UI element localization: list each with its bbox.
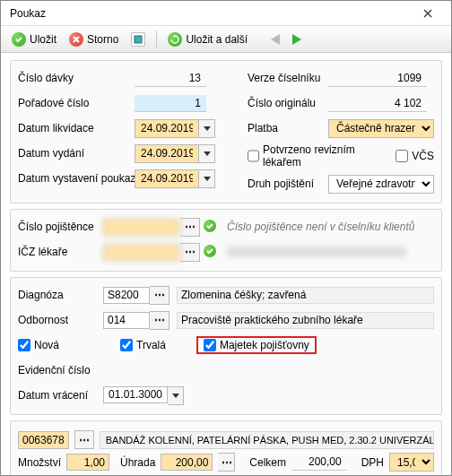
datepicker-vraceni[interactable] [168,386,184,405]
checkbox-trvala[interactable]: Trvalá [120,339,166,351]
label-poradove: Pořadové číslo [18,97,135,109]
save-next-button[interactable]: Uložit a další [162,30,253,48]
select-platba[interactable]: Částečně hrazeno [328,119,434,138]
input-cislo-poj[interactable] [103,219,180,236]
datepicker-likv[interactable] [199,119,215,138]
save-label: Uložit [30,33,56,46]
check-icon [12,32,26,47]
window-title: Poukaz [10,7,410,20]
label-diag: Diagnóza [18,289,103,301]
label-mnozstvi: Množství [18,456,61,469]
value-cislo-orig: 4 102 [328,95,427,112]
label-cislo-orig: Číslo originálu [248,97,328,109]
chevron-down-icon [204,177,211,181]
ok-icon [204,220,218,234]
nav-prev-button[interactable] [265,32,285,47]
input-diag-code[interactable] [103,287,150,304]
checkbox-vcs[interactable]: VČS [396,150,434,162]
lookup-odb[interactable]: ⋯ [150,311,170,330]
close-button[interactable] [410,4,446,23]
label-cislo-davky: Číslo dávky [18,72,135,84]
arrow-right-icon [292,34,301,45]
arrow-left-icon [271,34,280,45]
value-odb-desc [177,312,434,329]
checkbox-potvrzeno[interactable]: Potvrzeno revizním lékařem [248,143,387,169]
svg-rect-0 [135,36,142,43]
chevron-down-icon [204,151,211,156]
label-datum-vyst: Datum vystavení poukazu [18,172,148,185]
datepicker-vyst[interactable] [199,169,215,188]
input-mnozstvi[interactable] [66,454,109,471]
datepicker-vyd[interactable] [199,144,215,163]
label-evid: Evidenční číslo [18,364,103,376]
refresh-icon [168,32,182,47]
cancel-icon [69,32,83,47]
label-druh: Druh pojištění [248,177,328,190]
ok-icon [204,245,218,259]
select-druh[interactable]: Veřejné zdravotní po [328,175,434,194]
value-diag-desc [177,287,434,304]
select-dph[interactable]: 15,0% [389,453,434,472]
input-icz[interactable] [103,244,180,261]
label-dph: DPH [361,456,384,469]
lookup-uhrada[interactable]: ⋯ [218,453,235,472]
nav-next-button[interactable] [287,32,307,47]
label-verze: Verze číselníku [248,72,328,84]
input-odb-code[interactable] [103,312,150,329]
checkbox-nova[interactable]: Nová [18,339,59,351]
input-uhrada[interactable] [161,454,213,471]
close-icon [423,9,432,18]
item-desc: BANDÁŽ KOLENNÍ, PATELÁRNÍ PÁSKA, PUSH ME… [100,431,434,449]
value-poradove: 1 [135,95,206,112]
lookup-cislo-poj[interactable]: ⋯ [180,218,200,237]
value-verze: 1099 [328,70,427,87]
lookup-diag[interactable]: ⋯ [150,286,170,305]
label-datum-likv: Datum likvidace [18,122,135,134]
input-datum-vyst[interactable] [135,169,199,188]
chevron-down-icon [204,126,211,131]
label-datum-vyd: Datum vydání [18,147,135,160]
label-platba: Platba [248,122,328,134]
label-potvrzeno: Potvrzeno revizním lékařem [263,143,387,169]
label-odb: Odbornost [18,314,103,326]
lookup-item[interactable]: ⋯ [74,430,94,449]
highlight-majetek: Majetek pojišťovny [196,336,317,354]
label-uhrada: Úhrada [120,456,155,469]
msg-cislo-poj: Číslo pojištěnce není v číselníku klient… [227,221,414,233]
cancel-button[interactable]: Storno [64,30,124,48]
cancel-label: Storno [87,33,118,46]
lookup-icz[interactable]: ⋯ [180,243,200,262]
save-button[interactable]: Uložit [6,30,62,48]
label-cislo-poj: Číslo pojištěnce [18,221,103,233]
checkbox-majetek[interactable]: Majetek pojišťovny [204,339,309,351]
input-datum-vyd[interactable] [135,144,199,163]
tool-icon-1[interactable] [126,30,151,48]
input-datum-likv[interactable] [135,119,199,138]
item-code[interactable]: 0063678 [18,431,69,449]
label-vcs: VČS [412,150,434,162]
value-celkem: 200,00 [291,454,347,471]
value-cislo-davky: 13 [135,70,206,87]
label-icz: IČZ lékaře [18,246,103,258]
input-vraceni[interactable] [103,386,168,403]
label-celkem: Celkem [249,456,286,469]
label-vraceni: Datum vrácení [18,389,103,402]
save-next-label: Uložit a další [186,33,248,46]
chevron-down-icon [172,394,179,398]
